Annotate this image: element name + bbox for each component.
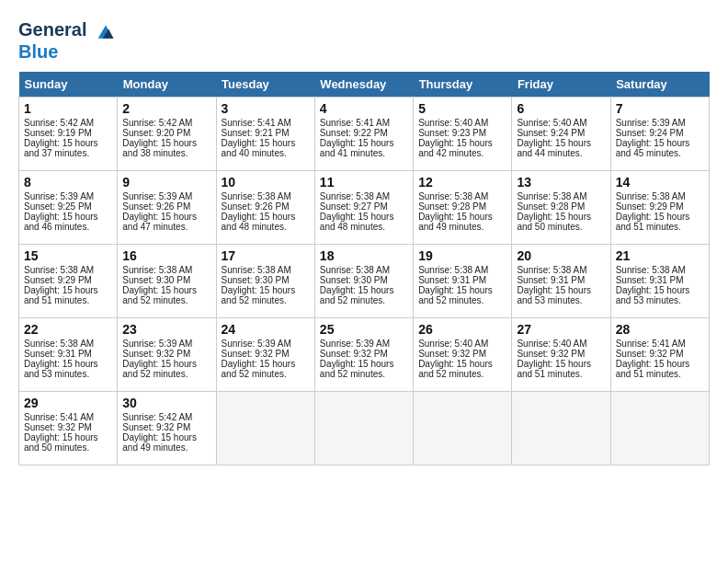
day-cell-26: 26Sunrise: 5:40 AMSunset: 9:32 PMDayligh… xyxy=(414,318,512,392)
daylight: Daylight: 15 hours and 40 minutes. xyxy=(222,138,296,158)
sunset: Sunset: 9:27 PM xyxy=(320,201,388,212)
day-number: 8 xyxy=(24,175,112,190)
sunrise: Sunrise: 5:38 AM xyxy=(320,265,390,275)
daylight: Daylight: 15 hours and 49 minutes. xyxy=(122,432,197,453)
daylight: Daylight: 15 hours and 52 minutes. xyxy=(320,285,394,305)
day-cell-27: 27Sunrise: 5:40 AMSunset: 9:32 PMDayligh… xyxy=(512,318,610,392)
day-number: 23 xyxy=(122,322,210,337)
daylight: Daylight: 15 hours and 52 minutes. xyxy=(222,285,296,305)
day-number: 6 xyxy=(517,101,605,116)
daylight: Daylight: 15 hours and 53 minutes. xyxy=(616,285,690,305)
sunset: Sunset: 9:28 PM xyxy=(418,201,486,212)
day-cell-14: 14Sunrise: 5:38 AMSunset: 9:29 PMDayligh… xyxy=(610,171,709,245)
sunrise: Sunrise: 5:40 AM xyxy=(418,118,488,128)
day-number: 7 xyxy=(616,101,704,116)
sunrise: Sunrise: 5:38 AM xyxy=(616,265,686,275)
sunset: Sunset: 9:28 PM xyxy=(517,201,585,212)
day-cell-5: 5Sunrise: 5:40 AMSunset: 9:23 PMDaylight… xyxy=(414,98,512,171)
daylight: Daylight: 15 hours and 52 minutes. xyxy=(122,285,197,305)
day-cell-30: 30Sunrise: 5:42 AMSunset: 9:32 PMDayligh… xyxy=(118,392,216,465)
daylight: Daylight: 15 hours and 46 minutes. xyxy=(24,212,98,232)
sunrise: Sunrise: 5:41 AM xyxy=(222,118,291,128)
day-number: 9 xyxy=(122,175,210,190)
day-cell-21: 21Sunrise: 5:38 AMSunset: 9:31 PMDayligh… xyxy=(610,245,709,318)
empty-cell xyxy=(512,392,610,465)
sunrise: Sunrise: 5:38 AM xyxy=(24,339,94,349)
sunset: Sunset: 9:32 PM xyxy=(122,422,190,432)
daylight: Daylight: 15 hours and 48 minutes. xyxy=(222,212,296,232)
sunrise: Sunrise: 5:38 AM xyxy=(222,265,291,275)
sunset: Sunset: 9:32 PM xyxy=(24,422,92,432)
sunrise: Sunrise: 5:39 AM xyxy=(122,191,192,201)
sunset: Sunset: 9:30 PM xyxy=(320,275,388,285)
logo-blue: Blue xyxy=(18,41,58,62)
day-number: 11 xyxy=(320,175,408,190)
daylight: Daylight: 15 hours and 51 minutes. xyxy=(616,212,690,232)
sunrise: Sunrise: 5:39 AM xyxy=(24,191,94,201)
sunset: Sunset: 9:23 PM xyxy=(418,128,486,138)
day-cell-7: 7Sunrise: 5:39 AMSunset: 9:24 PMDaylight… xyxy=(610,98,709,171)
day-cell-8: 8Sunrise: 5:39 AMSunset: 9:25 PMDaylight… xyxy=(19,171,118,245)
day-cell-29: 29Sunrise: 5:41 AMSunset: 9:32 PMDayligh… xyxy=(19,392,118,465)
sunset: Sunset: 9:24 PM xyxy=(616,128,684,138)
sunrise: Sunrise: 5:41 AM xyxy=(616,339,686,349)
sunrise: Sunrise: 5:38 AM xyxy=(122,265,192,275)
day-number: 28 xyxy=(616,322,704,337)
daylight: Daylight: 15 hours and 51 minutes. xyxy=(616,359,690,379)
daylight: Daylight: 15 hours and 44 minutes. xyxy=(517,138,591,158)
day-cell-24: 24Sunrise: 5:39 AMSunset: 9:32 PMDayligh… xyxy=(216,318,314,392)
day-cell-22: 22Sunrise: 5:38 AMSunset: 9:31 PMDayligh… xyxy=(19,318,118,392)
sunset: Sunset: 9:31 PM xyxy=(418,275,486,285)
sunset: Sunset: 9:30 PM xyxy=(122,275,190,285)
sunset: Sunset: 9:26 PM xyxy=(222,201,290,212)
day-cell-9: 9Sunrise: 5:39 AMSunset: 9:26 PMDaylight… xyxy=(118,171,216,245)
weekday-header-thursday: Thursday xyxy=(414,72,512,98)
daylight: Daylight: 15 hours and 50 minutes. xyxy=(517,212,591,232)
day-number: 17 xyxy=(222,248,310,263)
day-number: 1 xyxy=(24,101,112,116)
daylight: Daylight: 15 hours and 51 minutes. xyxy=(24,285,98,305)
sunrise: Sunrise: 5:42 AM xyxy=(122,412,192,422)
day-cell-20: 20Sunrise: 5:38 AMSunset: 9:31 PMDayligh… xyxy=(512,245,610,318)
daylight: Daylight: 15 hours and 37 minutes. xyxy=(24,138,98,158)
sunset: Sunset: 9:29 PM xyxy=(616,201,684,212)
sunset: Sunset: 9:22 PM xyxy=(320,128,388,138)
day-number: 4 xyxy=(320,101,408,116)
daylight: Daylight: 15 hours and 48 minutes. xyxy=(320,212,394,232)
sunrise: Sunrise: 5:39 AM xyxy=(122,339,192,349)
sunrise: Sunrise: 5:40 AM xyxy=(517,339,586,349)
sunrise: Sunrise: 5:39 AM xyxy=(320,339,390,349)
weekday-header-friday: Friday xyxy=(512,72,610,98)
day-cell-2: 2Sunrise: 5:42 AMSunset: 9:20 PMDaylight… xyxy=(118,98,216,171)
day-cell-18: 18Sunrise: 5:38 AMSunset: 9:30 PMDayligh… xyxy=(314,245,413,318)
day-number: 25 xyxy=(320,322,408,337)
sunset: Sunset: 9:31 PM xyxy=(616,275,684,285)
sunset: Sunset: 9:30 PM xyxy=(222,275,290,285)
sunset: Sunset: 9:32 PM xyxy=(320,349,388,359)
day-cell-13: 13Sunrise: 5:38 AMSunset: 9:28 PMDayligh… xyxy=(512,171,610,245)
sunrise: Sunrise: 5:42 AM xyxy=(122,118,192,128)
sunset: Sunset: 9:32 PM xyxy=(517,349,585,359)
sunset: Sunset: 9:31 PM xyxy=(24,349,92,359)
sunrise: Sunrise: 5:38 AM xyxy=(517,191,586,201)
calendar-week-1: 1Sunrise: 5:42 AMSunset: 9:19 PMDaylight… xyxy=(19,98,710,171)
sunset: Sunset: 9:19 PM xyxy=(24,128,92,138)
weekday-header-monday: Monday xyxy=(118,72,216,98)
day-number: 27 xyxy=(517,322,605,337)
sunset: Sunset: 9:32 PM xyxy=(616,349,684,359)
sunrise: Sunrise: 5:38 AM xyxy=(222,191,291,201)
day-cell-28: 28Sunrise: 5:41 AMSunset: 9:32 PMDayligh… xyxy=(610,318,709,392)
sunset: Sunset: 9:32 PM xyxy=(222,349,290,359)
day-cell-6: 6Sunrise: 5:40 AMSunset: 9:24 PMDaylight… xyxy=(512,98,610,171)
page-header: General Blue xyxy=(18,18,710,63)
sunset: Sunset: 9:20 PM xyxy=(122,128,190,138)
daylight: Daylight: 15 hours and 41 minutes. xyxy=(320,138,394,158)
sunrise: Sunrise: 5:41 AM xyxy=(24,412,94,422)
weekday-header-saturday: Saturday xyxy=(610,72,709,98)
day-number: 21 xyxy=(616,248,704,263)
day-number: 26 xyxy=(418,322,506,337)
weekday-header-wednesday: Wednesday xyxy=(314,72,413,98)
sunrise: Sunrise: 5:38 AM xyxy=(418,265,488,275)
day-cell-23: 23Sunrise: 5:39 AMSunset: 9:32 PMDayligh… xyxy=(118,318,216,392)
daylight: Daylight: 15 hours and 50 minutes. xyxy=(24,432,98,453)
